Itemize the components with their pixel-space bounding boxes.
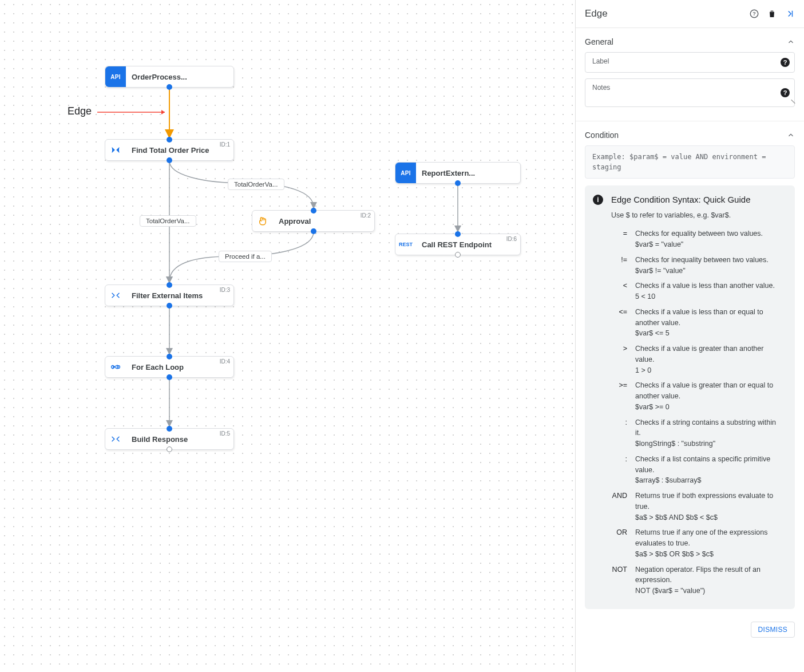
syntax-operator: : (611, 415, 635, 452)
syntax-description: Returns true if both expressions evaluat… (635, 488, 787, 525)
syntax-row: ORReturns true if any one of the express… (611, 525, 787, 562)
delete-icon[interactable] (767, 9, 777, 19)
general-section-toggle[interactable]: General (585, 34, 795, 52)
label-field[interactable]: Label ? (585, 52, 795, 73)
node-report-extern[interactable]: API ReportExtern... (395, 162, 521, 184)
field-label: Label (592, 57, 609, 65)
syntax-row: !=Checks for inequality between two valu… (611, 252, 787, 279)
syntax-operator: : (611, 452, 635, 488)
info-icon: i (593, 195, 603, 205)
edge-layer (0, 0, 575, 672)
edge-label[interactable]: Proceed if a... (219, 251, 272, 262)
syntax-row: <Checks if a value is less than another … (611, 278, 787, 305)
condition-section-toggle[interactable]: Condition (585, 127, 795, 145)
syntax-description: Checks if a list contains a specific pri… (635, 452, 787, 488)
node-order-process[interactable]: API OrderProcess... (105, 66, 234, 88)
help-icon[interactable]: ? (781, 58, 790, 67)
node-label: Call REST Endpoint (416, 240, 514, 249)
syntax-description: Checks for equality between two values.$… (635, 226, 787, 252)
data-mapping-icon (105, 429, 126, 449)
node-label: ReportExtern... (416, 169, 498, 177)
syntax-operator: OR (611, 525, 635, 562)
node-id: ID:2 (361, 212, 371, 219)
collapse-panel-icon[interactable] (785, 9, 795, 19)
syntax-row: NOTNegation operator. Flips the result o… (611, 562, 787, 599)
syntax-row: >=Checks if a value is greater than or e… (611, 378, 787, 414)
resize-handle-icon[interactable]: || (790, 99, 795, 104)
syntax-operator: = (611, 226, 635, 252)
syntax-row: ANDReturns true if both expressions eval… (611, 488, 787, 525)
panel-header: Edge ? (576, 0, 804, 28)
edge-label[interactable]: TotalOrderVa... (228, 179, 284, 190)
syntax-operator: <= (611, 305, 635, 341)
api-icon: API (105, 66, 126, 87)
syntax-operator: AND (611, 488, 635, 525)
syntax-table: =Checks for equality between two values.… (611, 226, 787, 599)
field-label: Notes (592, 84, 610, 92)
node-id: ID:5 (220, 430, 230, 437)
node-for-each-loop[interactable]: For Each Loop ID:4 (105, 356, 234, 378)
node-build-response[interactable]: Build Response ID:5 (105, 428, 234, 450)
syntax-row: <=Checks if a value is less than or equa… (611, 305, 787, 341)
rest-icon: REST (395, 234, 416, 255)
node-label: Filter External Items (126, 291, 225, 300)
api-icon: API (395, 163, 416, 183)
node-id: ID:1 (220, 141, 230, 148)
node-id: ID:3 (220, 287, 230, 293)
syntax-description: Checks if a value is greater than or equ… (635, 378, 787, 414)
syntax-row: =Checks for equality between two values.… (611, 226, 787, 252)
node-id: ID:6 (506, 236, 517, 242)
general-section: General Label ? Notes ? || (576, 28, 804, 121)
node-label: OrderProcess... (126, 73, 210, 81)
node-approval[interactable]: Approval ID:2 (252, 210, 375, 232)
node-label: For Each Loop (126, 363, 207, 371)
node-call-rest-endpoint[interactable]: REST Call REST Endpoint ID:6 (395, 234, 521, 255)
section-title: Condition (585, 131, 787, 140)
edge-properties-panel: Edge ? General Label ? Notes ? || Co (575, 0, 804, 672)
syntax-description: Checks if a value is less than or equal … (635, 305, 787, 341)
svg-text:?: ? (752, 11, 756, 17)
syntax-description: Returns true if any one of the expressio… (635, 525, 787, 562)
syntax-operator: NOT (611, 562, 635, 599)
node-label: Build Response (126, 435, 211, 444)
syntax-operator: >= (611, 378, 635, 414)
syntax-guide: i Edge Condition Syntax: Quick Guide Use… (585, 185, 795, 609)
syntax-operator: > (611, 341, 635, 378)
syntax-description: Negation operator. Flips the result of a… (635, 562, 787, 599)
node-find-total-order-price[interactable]: Find Total Order Price ID:1 (105, 139, 234, 161)
node-label: Approval (273, 217, 334, 226)
syntax-row: >Checks if a value is greater than anoth… (611, 341, 787, 378)
node-label: Find Total Order Price (126, 146, 232, 155)
approval-icon (252, 211, 273, 231)
syntax-operator: < (611, 278, 635, 305)
panel-title: Edge (585, 8, 741, 19)
syntax-row: :Checks if a list contains a specific pr… (611, 452, 787, 488)
edge-label[interactable]: TotalOrderVa... (140, 215, 196, 227)
node-id: ID:4 (220, 358, 230, 365)
dismiss-row: DISMISS (576, 617, 804, 642)
help-icon[interactable]: ? (781, 88, 790, 97)
condition-section: Condition Example: $param$ = value AND e… (576, 121, 804, 617)
loop-icon (105, 357, 126, 377)
section-title: General (585, 37, 787, 46)
dismiss-button[interactable]: DISMISS (751, 622, 795, 638)
data-mapping-icon (105, 285, 126, 306)
syntax-description: Checks for inequality between two values… (635, 252, 787, 279)
guide-subtitle: Use $ to refer to variables, e.g. $var$. (611, 210, 787, 221)
guide-title: Edge Condition Syntax: Quick Guide (611, 193, 787, 207)
syntax-description: Checks if a value is less than another v… (635, 278, 787, 305)
chevron-up-icon (787, 38, 795, 46)
edge-annotation: Edge (68, 105, 92, 117)
data-mapping-icon (105, 140, 126, 160)
notes-field[interactable]: Notes ? || (585, 78, 795, 107)
condition-input[interactable]: Example: $param$ = value AND environment… (585, 145, 795, 179)
node-filter-external-items[interactable]: Filter External Items ID:3 (105, 284, 234, 306)
syntax-description: Checks if a value is greater than anothe… (635, 341, 787, 378)
help-icon[interactable]: ? (749, 9, 759, 19)
chevron-up-icon (787, 131, 795, 139)
syntax-description: Checks if a string contains a substring … (635, 415, 787, 452)
flow-canvas[interactable]: Edge API OrderProcess... Find Total Orde… (0, 0, 575, 672)
syntax-row: :Checks if a string contains a substring… (611, 415, 787, 452)
syntax-operator: != (611, 252, 635, 279)
